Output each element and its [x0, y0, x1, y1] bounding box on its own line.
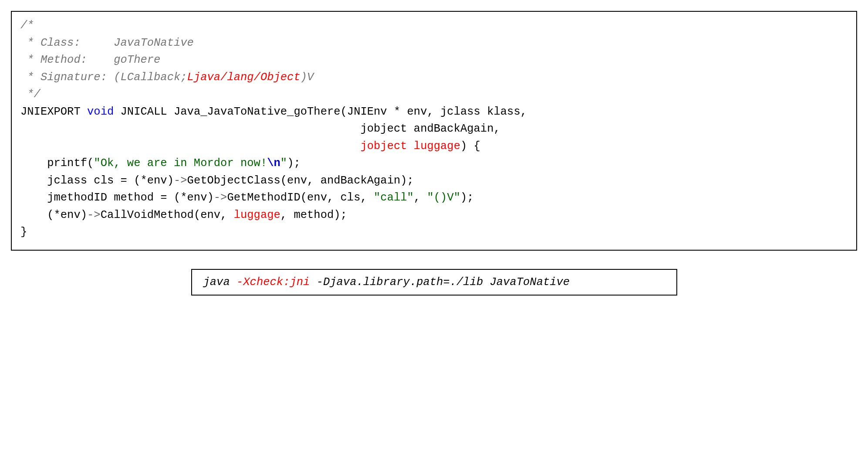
command-text: -Djava.library.path=./lib JavaToNative	[310, 276, 570, 289]
code-text: ,	[414, 191, 427, 204]
code-text	[20, 140, 360, 153]
string-literal: "Ok, we are in Mordor now!	[94, 157, 267, 170]
code-text: }	[20, 226, 27, 238]
comment-line: )V	[301, 71, 314, 84]
param-highlight: jobject luggage	[360, 140, 460, 153]
code-text: GetMethodID(env, cls,	[227, 191, 374, 204]
code-text: , method);	[280, 209, 347, 221]
flag-highlight: -Xcheck:jni	[236, 276, 310, 289]
code-text: jmethodID method = (*env)	[20, 191, 214, 204]
command-text: java	[203, 276, 237, 289]
arrow-operator: ->	[174, 174, 187, 187]
code-text: JNICALL Java_JavaToNative_goThere(JNIEnv…	[114, 105, 527, 118]
code-text: jclass cls = (*env)	[20, 174, 174, 187]
comment-line: */	[20, 88, 41, 101]
signature-highlight: Ljava/lang/Object	[187, 71, 301, 84]
code-text: );	[287, 157, 301, 170]
arg-highlight: luggage	[234, 209, 280, 221]
code-text: JNIEXPORT	[20, 105, 87, 118]
code-text: );	[460, 191, 474, 204]
keyword-void: void	[87, 105, 114, 118]
comment-line: /*	[20, 19, 34, 32]
comment-line: * Signature: (LCallback;	[20, 71, 187, 84]
comment-line: * Method: goThere	[20, 54, 160, 66]
code-block: /* * Class: JavaToNative * Method: goThe…	[11, 11, 857, 251]
code-text: GetObjectClass(env, andBackAgain);	[187, 174, 414, 187]
string-literal: "	[280, 157, 287, 170]
code-text: (*env)	[20, 209, 87, 221]
string-literal: "()V"	[427, 191, 460, 204]
command-block: java -Xcheck:jni -Djava.library.path=./l…	[191, 269, 677, 296]
escape-sequence: \n	[267, 157, 280, 170]
code-text: CallVoidMethod(env,	[101, 209, 234, 221]
arrow-operator: ->	[214, 191, 227, 204]
code-text: printf(	[20, 157, 94, 170]
code-text: jobject andBackAgain,	[20, 122, 500, 135]
code-text: ) {	[460, 140, 480, 153]
string-literal: "call"	[374, 191, 414, 204]
comment-line: * Class: JavaToNative	[20, 37, 194, 49]
arrow-operator: ->	[87, 209, 101, 221]
